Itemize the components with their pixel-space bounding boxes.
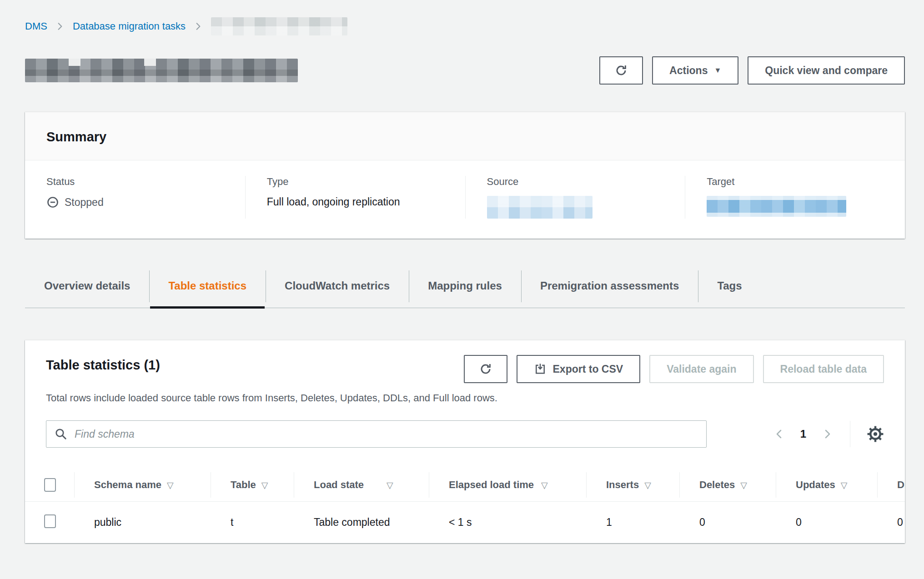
type-label: Type	[267, 176, 465, 188]
summary-title: Summary	[46, 130, 884, 145]
pagination-divider	[850, 421, 850, 447]
status-value: Stopped	[65, 196, 104, 209]
table-statistics-description: Total rows include loaded source table r…	[46, 392, 884, 404]
table-header-row: Schema name ▽ Table ▽ Load state ▽ Elaps…	[25, 469, 905, 502]
summary-field-source: Source	[465, 176, 685, 219]
schema-search	[46, 420, 707, 448]
source-label: Source	[487, 176, 685, 188]
column-header-inserts[interactable]: Inserts ▽	[586, 469, 679, 501]
column-header-updates[interactable]: Updates ▽	[776, 469, 877, 501]
column-header-load-state[interactable]: Load state ▽	[294, 469, 429, 501]
table-statistics-toolbar: Export to CSV Validate again Reload tabl…	[464, 355, 884, 383]
cell-schema-name: public	[74, 516, 211, 529]
chevron-right-icon	[55, 22, 65, 31]
refresh-icon	[614, 64, 628, 77]
sort-icon: ▽	[387, 480, 393, 490]
cell-inserts: 1	[586, 516, 679, 529]
actions-button[interactable]: Actions ▼	[652, 56, 738, 85]
sort-icon: ▽	[644, 480, 651, 490]
tab-overview-details[interactable]: Overview details	[25, 268, 149, 308]
select-all-checkbox[interactable]	[44, 478, 56, 492]
cell-ddls: 0	[877, 516, 905, 529]
sort-icon: ▽	[740, 480, 747, 490]
export-label: Export to CSV	[553, 363, 623, 375]
cell-updates: 0	[776, 516, 877, 529]
previous-page-button[interactable]	[774, 429, 785, 439]
table-statistics-title: Table statistics (1)	[46, 358, 160, 373]
column-header-deletes[interactable]: Deletes ▽	[679, 469, 776, 501]
target-label: Target	[707, 176, 905, 188]
summary-field-type: Type Full load, ongoing replication	[245, 176, 465, 219]
row-checkbox-cell	[25, 514, 74, 531]
summary-field-status: Status Stopped	[25, 176, 245, 219]
summary-body: Status Stopped Type Full load, ongoing r…	[25, 160, 905, 239]
table-statistics-panel: Table statistics (1) Export to CSV Valid…	[25, 340, 905, 543]
breadcrumb-current-redacted	[211, 17, 347, 35]
current-page-number[interactable]: 1	[800, 428, 806, 440]
refresh-icon	[479, 362, 492, 376]
summary-field-target: Target	[685, 176, 905, 219]
cell-table: t	[211, 516, 294, 529]
search-input[interactable]	[46, 420, 707, 448]
breadcrumb: DMS Database migration tasks	[0, 0, 924, 35]
reload-table-data-button[interactable]: Reload table data	[763, 355, 884, 383]
statistics-table: Schema name ▽ Table ▽ Load state ▽ Elaps…	[25, 469, 905, 543]
quick-view-compare-button[interactable]: Quick view and compare	[748, 56, 905, 85]
cell-load-state: Table completed	[294, 516, 429, 529]
target-endpoint-link-redacted[interactable]	[707, 196, 846, 217]
breadcrumb-link-dms[interactable]: DMS	[25, 20, 47, 32]
cell-deletes: 0	[679, 516, 776, 529]
column-header-schema-name[interactable]: Schema name ▽	[74, 469, 211, 501]
validate-again-button[interactable]: Validate again	[649, 355, 753, 383]
gear-icon[interactable]	[867, 425, 884, 443]
table-row: public t Table completed < 1 s 1 0 0 0	[25, 502, 905, 543]
caret-down-icon: ▼	[714, 66, 721, 75]
actions-button-label: Actions	[669, 65, 708, 77]
summary-panel: Summary Status Stopped Type Full load, o…	[25, 112, 905, 239]
cell-elapsed-load-time: < 1 s	[429, 516, 586, 529]
row-checkbox[interactable]	[44, 514, 56, 528]
refresh-button[interactable]	[599, 56, 643, 85]
select-all-checkbox-cell	[25, 469, 74, 501]
search-icon	[54, 427, 68, 441]
dms-task-page: DMS Database migration tasks Actions ▼ Q…	[0, 0, 924, 579]
header-actions: Actions ▼ Quick view and compare	[599, 56, 905, 85]
export-icon	[534, 363, 547, 375]
tab-mapping-rules[interactable]: Mapping rules	[409, 268, 521, 308]
stopped-icon	[46, 196, 59, 209]
column-header-elapsed-load-time[interactable]: Elapsed load time ▽	[429, 469, 586, 501]
filter-row: 1	[46, 420, 884, 448]
reload-label: Reload table data	[780, 363, 867, 375]
sort-icon: ▽	[167, 480, 174, 490]
tab-tags[interactable]: Tags	[698, 268, 761, 308]
quick-view-label: Quick view and compare	[765, 65, 888, 77]
tab-bar: Overview details Table statistics CloudW…	[25, 268, 905, 308]
sort-icon: ▽	[261, 480, 268, 490]
status-label: Status	[46, 176, 245, 188]
type-value: Full load, ongoing replication	[267, 196, 400, 208]
export-to-csv-button[interactable]: Export to CSV	[517, 355, 641, 383]
summary-header: Summary	[25, 112, 905, 160]
column-header-ddls[interactable]: DDLs ▽	[877, 469, 905, 501]
tab-cloudwatch-metrics[interactable]: CloudWatch metrics	[266, 268, 409, 308]
next-page-button[interactable]	[822, 429, 833, 439]
validate-label: Validate again	[667, 363, 736, 375]
pagination: 1	[774, 421, 884, 447]
page-header: Actions ▼ Quick view and compare	[25, 56, 905, 85]
source-endpoint-link-redacted[interactable]	[487, 196, 593, 219]
breadcrumb-link-tasks[interactable]: Database migration tasks	[73, 20, 186, 32]
task-name-redacted	[25, 59, 298, 82]
table-refresh-button[interactable]	[464, 355, 507, 383]
tab-table-statistics[interactable]: Table statistics	[149, 268, 266, 308]
tab-premigration-assessments[interactable]: Premigration assessments	[521, 268, 698, 308]
sort-icon: ▽	[541, 480, 548, 490]
chevron-right-icon	[194, 22, 203, 31]
column-header-table[interactable]: Table ▽	[211, 469, 294, 501]
sort-icon: ▽	[841, 480, 848, 490]
